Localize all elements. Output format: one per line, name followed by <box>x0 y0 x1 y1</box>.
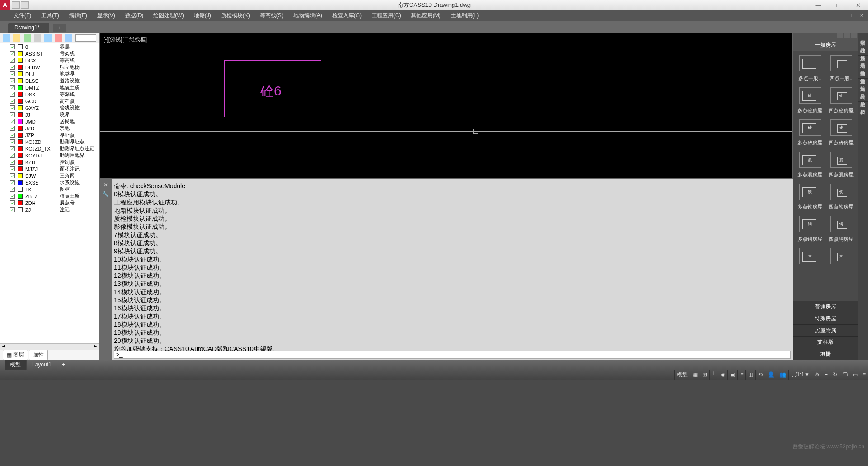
sb-gear-icon[interactable]: ⚙ <box>812 370 822 380</box>
palette-item[interactable]: 木 <box>796 248 824 268</box>
layer-row[interactable]: ✓DLJ地类界 <box>0 71 99 77</box>
sb-cycling-icon[interactable]: ⟲ <box>755 370 765 380</box>
layer-color-swatch[interactable] <box>18 153 23 158</box>
command-history[interactable]: 命令: checkSenseModule0模块认证成功。工程应用模块认证成功。地… <box>112 179 793 360</box>
layer-color-swatch[interactable] <box>18 146 23 151</box>
layer-row[interactable]: ✓KCYDJ勘测用地界 <box>0 152 99 159</box>
layer-color-swatch[interactable] <box>18 133 23 138</box>
rail-category[interactable]: 地貌土质 <box>858 94 868 102</box>
layer-tool-icon[interactable] <box>3 34 10 42</box>
layer-checkbox[interactable]: ✓ <box>10 65 15 70</box>
doc-restore-icon[interactable]: □ <box>849 13 856 18</box>
menu-qc[interactable]: 质检模块(K) <box>221 12 250 19</box>
layer-row[interactable]: ✓KZD控制点 <box>0 159 99 166</box>
app-logo-icon[interactable]: A <box>0 0 10 10</box>
sb-refresh-icon[interactable]: ↻ <box>830 370 840 380</box>
layer-color-swatch[interactable] <box>18 85 23 90</box>
layer-row[interactable]: ✓ZBTZ植被土质 <box>0 193 99 200</box>
layer-checkbox[interactable]: ✓ <box>10 58 15 63</box>
layer-color-swatch[interactable] <box>18 51 23 56</box>
qat-button[interactable] <box>12 1 20 9</box>
document-tab[interactable]: Drawing1* <box>8 23 49 33</box>
layer-row[interactable]: ✓ZJ注记 <box>0 206 99 213</box>
rail-category[interactable]: 文字注记 <box>858 33 868 40</box>
layer-checkbox[interactable]: ✓ <box>10 187 15 192</box>
palette-item[interactable]: 混多点混房屋 <box>796 152 824 178</box>
layer-color-swatch[interactable] <box>18 92 23 97</box>
palette-category[interactable]: 特殊房屋 <box>793 313 858 324</box>
doc-close-icon[interactable]: × <box>858 13 865 18</box>
layer-checkbox[interactable]: ✓ <box>10 78 15 83</box>
layer-color-swatch[interactable] <box>18 194 23 199</box>
palette-category[interactable]: 普通房屋 <box>793 301 858 313</box>
layer-checkbox[interactable]: ✓ <box>10 146 15 151</box>
layer-color-swatch[interactable] <box>18 112 23 117</box>
rail-category[interactable]: 交通设施 <box>858 71 868 79</box>
maximize-button[interactable]: □ <box>828 0 848 10</box>
layer-color-swatch[interactable] <box>18 173 23 178</box>
new-tab-button[interactable]: + <box>53 24 66 32</box>
menu-view[interactable]: 显示(V) <box>97 12 115 19</box>
layer-checkbox[interactable]: ✓ <box>10 200 15 205</box>
rail-category[interactable]: 水系设施 <box>858 48 868 56</box>
palette-item[interactable]: 砼多点砼房屋 <box>796 87 824 114</box>
layer-color-swatch[interactable] <box>18 44 23 49</box>
rail-category[interactable]: 管线设施 <box>858 79 868 86</box>
palette-item[interactable]: 砼四点砼房屋 <box>827 87 855 114</box>
menu-tools[interactable]: 工具(T) <box>41 12 59 19</box>
layer-hscrollbar[interactable] <box>0 343 99 350</box>
layer-color-swatch[interactable] <box>18 105 23 110</box>
sb-snap-icon[interactable]: ⊞ <box>700 370 709 380</box>
layer-row[interactable]: ✓JJ境界 <box>0 111 99 118</box>
layer-checkbox[interactable]: ✓ <box>10 112 15 117</box>
sb-model-button[interactable]: 模型 <box>674 370 690 380</box>
menu-edit[interactable]: 编辑(E) <box>69 12 87 19</box>
layer-tool-icon[interactable] <box>65 34 72 42</box>
layer-row[interactable]: ✓DMTZ地貌土质 <box>0 84 99 91</box>
palette-item[interactable]: 木 <box>827 248 855 268</box>
layer-row[interactable]: ✓KCJZD_TXT勘测界址点注记 <box>0 145 99 152</box>
palette-item[interactable]: 钢四点钢房屋 <box>827 216 855 243</box>
layer-checkbox[interactable]: ✓ <box>10 139 15 144</box>
sb-ortho-icon[interactable]: └ <box>709 370 718 380</box>
menu-diji[interactable]: 地籍(J) <box>194 12 211 19</box>
menu-feature-edit[interactable]: 地物编辑(A) <box>293 12 322 19</box>
layer-color-swatch[interactable] <box>18 187 23 192</box>
palette-item[interactable]: 多点一般.. <box>796 55 824 82</box>
sb-add-icon[interactable]: + <box>822 370 830 380</box>
menu-contour[interactable]: 等高线(S) <box>260 12 283 19</box>
qat-dropdown[interactable] <box>21 1 29 9</box>
tab-layers[interactable]: ▦ 图层 <box>3 350 28 360</box>
layer-row[interactable]: ✓ZDH展点号 <box>0 200 99 206</box>
layer-row[interactable]: ✓JMD居民地 <box>0 118 99 125</box>
layer-color-swatch[interactable] <box>18 207 23 212</box>
layer-color-swatch[interactable] <box>18 71 23 76</box>
menu-other[interactable]: 其他应用(M) <box>411 12 441 19</box>
menu-file[interactable]: 文件(F) <box>14 12 31 19</box>
menu-draw[interactable]: 绘图处理(W) <box>153 12 184 19</box>
layer-checkbox[interactable]: ✓ <box>10 44 15 49</box>
palette-category[interactable]: 房屋附属 <box>793 324 858 336</box>
drawing-text[interactable]: 砼6 <box>260 82 282 100</box>
palette-view-icon[interactable] <box>851 33 857 38</box>
layer-color-swatch[interactable] <box>18 58 23 63</box>
layer-list[interactable]: ✓0零层✓ASSIST骨架线✓DGX等高线✓DLDW独立地物✓DLJ地类界✓DL… <box>0 43 99 343</box>
add-layout-button[interactable]: + <box>57 360 70 369</box>
layer-tool-icon[interactable] <box>24 34 31 42</box>
command-input[interactable]: >_ <box>114 351 791 359</box>
layer-row[interactable]: ✓ASSIST骨架线 <box>0 50 99 57</box>
layer-tool-icon[interactable] <box>13 34 20 42</box>
sb-expand-icon[interactable]: ▭ <box>850 370 860 380</box>
sb-customize-icon[interactable]: ≡ <box>860 370 868 380</box>
palette-category[interactable]: 支柱墩 <box>793 336 858 348</box>
palette-view-icon[interactable] <box>844 33 850 38</box>
layer-checkbox[interactable]: ✓ <box>10 160 15 165</box>
rail-category[interactable]: 植被土质 <box>858 102 868 109</box>
palette-item[interactable]: 铁多点铁房屋 <box>796 184 824 210</box>
layer-checkbox[interactable]: ✓ <box>10 119 15 124</box>
palette-category[interactable]: 垣栅 <box>793 348 858 360</box>
tab-properties[interactable]: 属性 <box>29 350 48 360</box>
tab-layout1[interactable]: Layout1 <box>27 360 57 369</box>
sb-annoscale[interactable]: ⛶ 1:1 ▼ <box>788 370 812 380</box>
palette-item[interactable]: 钢多点钢房屋 <box>796 216 824 243</box>
